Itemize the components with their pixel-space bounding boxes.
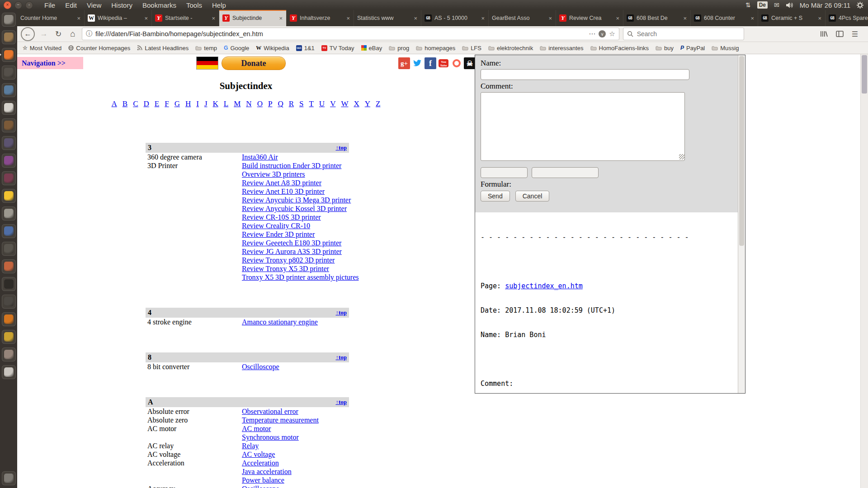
- site-info-icon[interactable]: ⓘ: [86, 30, 92, 38]
- message-indicator-icon[interactable]: ✉: [774, 1, 779, 9]
- bookmark-ebay[interactable]: eBay: [361, 45, 382, 52]
- letter-link-b[interactable]: B: [123, 99, 127, 108]
- panel-scrollbar[interactable]: [738, 55, 745, 393]
- subject-link[interactable]: Oscilloscope: [242, 484, 279, 488]
- bookmark-1-1[interactable]: 1&11&1: [296, 45, 315, 52]
- tab-statistics-www[interactable]: Statistics www×: [354, 10, 421, 26]
- tab-close-icon[interactable]: ×: [413, 15, 418, 22]
- bookmark-interessantes[interactable]: interessantes: [540, 45, 583, 52]
- menu-item-view[interactable]: View: [87, 1, 101, 9]
- facebook-icon[interactable]: f: [425, 57, 436, 69]
- bookmark-temp[interactable]: temp: [195, 45, 217, 52]
- window-close-button[interactable]: ×: [4, 1, 11, 9]
- system-settings-icon[interactable]: [2, 224, 16, 238]
- subject-link[interactable]: Review CR-10S 3D printer: [242, 213, 321, 221]
- letter-link-n[interactable]: N: [246, 99, 251, 108]
- bookmark-mussig[interactable]: Mussig: [712, 45, 739, 52]
- bookmark-homofaciens-links[interactable]: HomoFaciens-links: [590, 45, 649, 52]
- tab-as-5-10000[interactable]: GBAS - 5 10000×: [421, 10, 489, 26]
- subject-link[interactable]: Review Anycubic i3 Mega 3D printer: [242, 196, 351, 204]
- files-icon[interactable]: [2, 13, 16, 27]
- letter-link-q[interactable]: Q: [278, 99, 283, 108]
- tab-close-icon[interactable]: ×: [481, 15, 485, 22]
- sidebar-icon[interactable]: [836, 30, 844, 38]
- tab-review-crea[interactable]: YReview Crea×: [556, 10, 623, 26]
- subject-link[interactable]: Insta360 Air: [242, 153, 278, 161]
- letter-link-g[interactable]: G: [175, 99, 180, 108]
- tab-close-icon[interactable]: ×: [346, 15, 350, 22]
- search-input[interactable]: [636, 30, 740, 38]
- bookmark-paypal[interactable]: PPayPal: [680, 45, 705, 52]
- page-actions-icon[interactable]: ⋯: [589, 30, 595, 38]
- app-grid-icon[interactable]: [2, 242, 16, 256]
- letter-link-l[interactable]: L: [224, 99, 228, 108]
- menu-item-edit[interactable]: Edit: [65, 1, 77, 9]
- tab-close-icon[interactable]: ×: [817, 15, 822, 22]
- forward-button[interactable]: →: [38, 29, 49, 38]
- tab-4pcs-spare[interactable]: GB4Pcs Spare×: [826, 10, 868, 26]
- gold-jar-icon[interactable]: [2, 330, 16, 344]
- terminal-icon[interactable]: [2, 277, 16, 291]
- letter-link-p[interactable]: P: [268, 99, 272, 108]
- letter-link-m[interactable]: M: [234, 99, 241, 108]
- tab-gearbest-asso[interactable]: GearBest Asso×: [489, 10, 556, 26]
- character-map-icon[interactable]: [2, 154, 16, 168]
- subject-link[interactable]: Review Anet E10 3D printer: [242, 187, 325, 196]
- letter-link-a[interactable]: A: [112, 99, 117, 108]
- subject-link[interactable]: Build instruction Ender 3D printer: [242, 161, 341, 170]
- tab-close-icon[interactable]: ×: [683, 15, 687, 22]
- bookmark-buy[interactable]: buy: [656, 45, 674, 52]
- home-button[interactable]: ⌂: [67, 29, 78, 39]
- twitter-icon[interactable]: [411, 57, 423, 69]
- letter-link-c[interactable]: C: [133, 99, 138, 108]
- bookmark-google[interactable]: GGoogle: [224, 45, 249, 52]
- tab-close-icon[interactable]: ×: [76, 15, 81, 22]
- subject-link[interactable]: AC voltage: [242, 450, 275, 459]
- cheese-webcam-icon[interactable]: [2, 189, 16, 203]
- bookmark-prog[interactable]: prog: [389, 45, 409, 52]
- letter-link-e[interactable]: E: [155, 99, 159, 108]
- letter-link-h[interactable]: H: [185, 99, 191, 108]
- subject-link[interactable]: Oscilloscope: [242, 362, 279, 371]
- letter-link-i[interactable]: I: [196, 99, 199, 108]
- page-scrollbar[interactable]: [860, 54, 868, 488]
- archive-manager-icon[interactable]: [2, 30, 16, 44]
- menu-item-tools[interactable]: Tools: [186, 1, 202, 9]
- tab-wikipedia-[interactable]: WWikipedia –×: [85, 10, 152, 26]
- clock[interactable]: Mo Mär 26 09:11: [800, 1, 850, 9]
- comment-page-link[interactable]: subjectindex_en.htm: [505, 282, 583, 290]
- back-button[interactable]: ←: [21, 27, 35, 41]
- menu-item-help[interactable]: Help: [212, 1, 226, 9]
- bookmark-lfs[interactable]: LFS: [462, 45, 481, 52]
- dark-utility-icon[interactable]: [2, 295, 16, 309]
- letter-link-f[interactable]: F: [165, 99, 169, 108]
- comment-field[interactable]: [481, 92, 685, 161]
- firefox-icon[interactable]: [2, 48, 16, 62]
- subject-link[interactable]: Review JG Aurora A3S 3D printer: [242, 247, 342, 256]
- orange-tool-icon[interactable]: [2, 312, 16, 326]
- letter-link-o[interactable]: O: [257, 99, 263, 108]
- tab-startseite-[interactable]: YStartseite -×: [152, 10, 219, 26]
- top-link[interactable]: ↑top: [335, 399, 347, 406]
- tab-608-best-de[interactable]: GB608 Best De×: [623, 10, 691, 26]
- subject-link[interactable]: Review Ender 3D printer: [242, 230, 315, 239]
- screenshot-tool-icon[interactable]: [2, 66, 16, 80]
- subject-link[interactable]: Temperature measurement: [242, 416, 319, 424]
- subject-link[interactable]: AC motor: [242, 424, 271, 433]
- name-field[interactable]: [481, 69, 689, 80]
- subject-link[interactable]: Review Geeetech E180 3D printer: [242, 239, 341, 247]
- letter-link-y[interactable]: Y: [365, 99, 370, 108]
- light-utility-icon[interactable]: [2, 365, 16, 379]
- letter-link-w[interactable]: W: [341, 99, 348, 108]
- googleplus-icon[interactable]: g+: [398, 57, 410, 69]
- video-editor-icon[interactable]: [2, 171, 16, 185]
- tab-608-counter[interactable]: GB608 Counter×: [691, 10, 758, 26]
- hamburger-menu-icon[interactable]: ☰: [852, 30, 858, 38]
- donate-button[interactable]: Donate: [222, 56, 286, 70]
- tab-close-icon[interactable]: ×: [144, 15, 148, 22]
- library-icon[interactable]: [820, 30, 828, 38]
- window-minimize-button[interactable]: −: [14, 1, 22, 9]
- laptop-settings-icon[interactable]: [2, 206, 16, 221]
- subject-link[interactable]: Observational error: [242, 407, 298, 416]
- letter-link-z[interactable]: Z: [376, 99, 380, 108]
